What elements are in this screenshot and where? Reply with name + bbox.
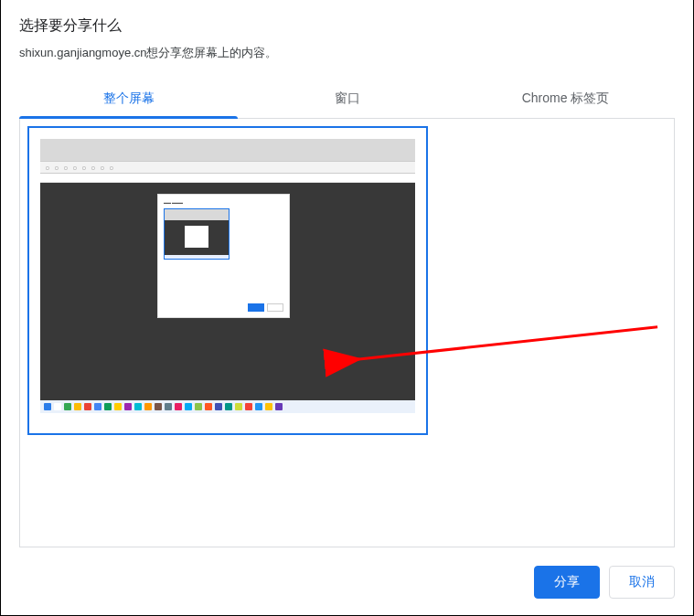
- desktop-preview-icon: ▢▢▢▢▢▢▢▢ ▬▬ ▬▬▬: [40, 139, 415, 413]
- mini-app-icon: [44, 403, 51, 410]
- dialog-subtitle: shixun.ganjiangmoye.cn想分享您屏幕上的内容。: [19, 45, 675, 61]
- mini-app-icon: [84, 403, 91, 410]
- tab-entire-screen[interactable]: 整个屏幕: [19, 81, 238, 118]
- mini-app-icon: [275, 403, 283, 410]
- mini-nested-thumb-icon: [164, 208, 230, 260]
- mini-app-icon: [185, 403, 192, 410]
- mini-app-icon: [195, 403, 202, 410]
- dialog-header: 选择要分享什么 shixun.ganjiangmoye.cn想分享您屏幕上的内容…: [1, 0, 693, 69]
- mini-app-icon: [215, 403, 222, 410]
- share-button[interactable]: 分享: [534, 566, 600, 599]
- mini-app-icon: [175, 403, 182, 410]
- mini-app-icon: [104, 403, 112, 410]
- mini-app-icon: [74, 403, 81, 410]
- mini-app-icon: [265, 403, 272, 410]
- screen-thumbnail-option[interactable]: ▢▢▢▢▢▢▢▢ ▬▬ ▬▬▬: [27, 126, 428, 435]
- mini-app-icon: [155, 403, 162, 410]
- mini-app-icon: [114, 403, 122, 410]
- dialog-title: 选择要分享什么: [19, 16, 675, 36]
- mini-app-icon: [255, 403, 262, 410]
- share-screen-dialog: 选择要分享什么 shixun.ganjiangmoye.cn想分享您屏幕上的内容…: [0, 0, 694, 616]
- mini-app-icon: [94, 403, 101, 410]
- mini-app-icon: [54, 403, 61, 410]
- mini-app-icon: [245, 403, 252, 410]
- mini-address-bar-icon: [40, 174, 415, 183]
- mini-app-icon: [64, 403, 71, 410]
- mini-nested-dialog-icon: ▬▬ ▬▬▬: [157, 194, 290, 318]
- tab-window[interactable]: 窗口: [238, 81, 456, 118]
- mini-app-icon: [134, 403, 142, 410]
- mini-app-icon: [124, 403, 132, 410]
- mini-app-icon: [235, 403, 242, 410]
- share-choices-area: ▢▢▢▢▢▢▢▢ ▬▬ ▬▬▬: [19, 119, 675, 547]
- mini-app-icon: [165, 403, 172, 410]
- mini-app-icon: [225, 403, 232, 410]
- dialog-footer: 分享 取消: [1, 558, 693, 615]
- mini-app-icon: [144, 403, 152, 410]
- mini-taskbar-icon: [40, 400, 415, 413]
- share-tabs: 整个屏幕 窗口 Chrome 标签页: [19, 81, 675, 119]
- tab-chrome-tab[interactable]: Chrome 标签页: [456, 81, 675, 118]
- thumbnail-zone: ▢▢▢▢▢▢▢▢ ▬▬ ▬▬▬: [20, 119, 435, 547]
- mini-browser-tabs-icon: ▢▢▢▢▢▢▢▢: [40, 161, 415, 174]
- mini-app-icon: [205, 403, 212, 410]
- cancel-button[interactable]: 取消: [609, 566, 675, 599]
